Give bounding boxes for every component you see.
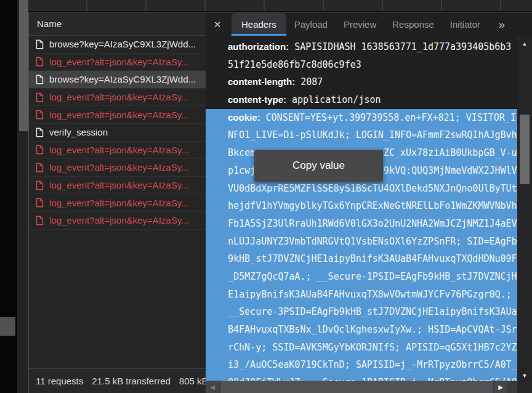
request-row[interactable]: log_event?alt=json&key=AIzaSy...: [29, 194, 206, 212]
request-name: verify_session: [49, 127, 108, 137]
document-icon: [36, 163, 44, 172]
header-line: authorization: SAPISIDHASH 1638563771_1d…: [206, 38, 517, 56]
resources-size: 805 kB: [179, 376, 206, 386]
request-list-panel: Name browse?key=AIzaSyC9XL3ZjWdd... log_…: [28, 12, 206, 393]
request-row[interactable]: log_event?alt=json&key=AIzaSy...: [29, 177, 206, 195]
outer-vertical-scrollbar[interactable]: [17, 0, 28, 393]
header-line: nLUJJaUNYZ3VmbTdNRGVtQ1VsbENsOXl6YzZPSnF…: [206, 233, 517, 251]
request-row[interactable]: log_event?alt=json&key=AIzaSy...: [29, 142, 206, 160]
header-line: content-length: 2087: [206, 73, 517, 91]
request-rows: browse?key=AIzaSyC9XL3ZjWdd... log_event…: [29, 36, 206, 230]
header-line: E1aipyBnifsK3AUaB4FAHvuxqTX8wVOwtmWJYCFv…: [206, 286, 517, 304]
request-name: log_event?alt=json&key=AIzaSy...: [49, 57, 189, 67]
transferred-size: 21.5 kB transferred: [92, 376, 171, 386]
scroll-right-icon[interactable]: ▶: [494, 381, 507, 393]
document-icon: [36, 110, 44, 120]
header-line: hejdfV1hYVmgyblkyTGx6YnpCRExNeGtNRElLbFo…: [206, 197, 517, 215]
header-name: cookie:: [228, 112, 260, 123]
network-table-header-strip: [28, 0, 532, 12]
detail-vertical-scrollbar[interactable]: ▲ ▼: [517, 36, 532, 381]
header-line: __Secure-3PSID=EAgFb9kHB_stJ7DVZNCjHE1ai…: [206, 303, 517, 321]
header-name: content-length:: [228, 76, 295, 87]
request-row[interactable]: log_event?alt=json&key=AIzaSy...: [29, 54, 206, 71]
request-count: 11 requests: [36, 376, 83, 386]
more-tabs-icon[interactable]: »: [498, 13, 505, 36]
request-name: log_event?alt=json&key=AIzaSy...: [49, 180, 189, 190]
detail-tab[interactable]: Preview: [336, 13, 384, 36]
headers-list: authorization: SAPISIDHASH 1638563771_1d…: [206, 36, 517, 384]
request-detail-panel: ✕ HeadersPayloadPreviewResponseInitiator…: [206, 12, 532, 393]
document-icon: [36, 145, 44, 155]
detail-tabs: HeadersPayloadPreviewResponseInitiator: [227, 13, 488, 36]
header-line: B4FAHvuxqTXBsNx_lDvQclKghesxwIyXw.; HSID…: [206, 321, 517, 339]
close-icon[interactable]: ✕: [208, 13, 227, 36]
header-line: Fb1A5SjZ3UlRraUh1RWd6V0lGX3o2UnU2NHA2WmJ…: [206, 215, 517, 233]
detail-tab[interactable]: Initiator: [442, 13, 488, 36]
request-name: log_event?alt=json&key=AIzaSy...: [49, 92, 189, 102]
detail-tab[interactable]: Headers: [232, 13, 286, 36]
header-line: 51f21e5de86fb7c8d06c9fe3: [206, 56, 517, 74]
vertical-scrollbar-thumb[interactable]: [520, 115, 530, 184]
document-icon: [36, 39, 44, 49]
devtools-network-panel: Name browse?key=AIzaSyC9XL3ZjWdd... log_…: [0, 0, 532, 393]
header-name: authorization:: [228, 41, 289, 52]
request-row[interactable]: browse?key=AIzaSyC9XL3ZjWdd...: [29, 71, 206, 89]
request-name: log_event?alt=json&key=AIzaSy...: [49, 162, 189, 172]
name-column-header[interactable]: Name: [29, 13, 206, 36]
scrollbar-corner: [517, 381, 532, 393]
header-entry: content-length: 2087: [206, 73, 517, 91]
document-icon: [36, 75, 44, 84]
request-name: browse?key=AIzaSyC9XL3ZjWdd...: [49, 74, 196, 84]
header-entry: authorization: SAPISIDHASH 1638563771_1d…: [206, 38, 517, 73]
header-line: VU0dBdXprRE5MZFlSSE8yS1BScTU4OXlDekd5NXJ…: [206, 180, 517, 198]
request-row[interactable]: verify_session: [29, 124, 206, 142]
request-row[interactable]: log_event?alt=json&key=AIzaSy...: [29, 106, 206, 124]
horizontal-scrollbar-thumb[interactable]: [220, 381, 493, 393]
header-line: 9kHB_stJ7DVZNCjHE1aipyBnifsK3AUaB4FAHvux…: [206, 250, 517, 268]
detail-tab[interactable]: Response: [384, 13, 442, 36]
header-line: NFO1_LIVE=Di-pSlUKdJk; LOGIN_INFO=AFmmF2…: [206, 126, 517, 144]
request-name: log_event?alt=json&key=AIzaSy...: [49, 215, 189, 225]
header-line: content-type: application/json: [206, 91, 517, 109]
scroll-up-icon[interactable]: ▲: [517, 41, 532, 47]
network-summary-bar: 11 requests 21.5 kB transferred 805 kB: [29, 368, 206, 393]
request-name: log_event?alt=json&key=AIzaSy...: [49, 145, 189, 155]
scroll-down-icon[interactable]: ▼: [517, 373, 532, 379]
header-name: content-type:: [228, 94, 286, 105]
outer-scrollbar-thumb-small[interactable]: [0, 317, 15, 336]
header-entry: content-type: application/json: [206, 91, 517, 109]
header-line: cookie: CONSENT=YES+yt.399739558.en+FX+8…: [206, 109, 517, 127]
request-name: browse?key=AIzaSyC9XL3ZjWdd...: [49, 39, 196, 49]
detail-tab[interactable]: Payload: [286, 13, 336, 36]
header-line: i3_/AuOC5eaK0719CkTnD; SAPISID=j_-MrRTpy…: [206, 356, 517, 374]
request-row[interactable]: log_event?alt=json&key=AIzaSy...: [29, 89, 206, 107]
detail-horizontal-scrollbar[interactable]: ◀ ▶: [206, 381, 517, 393]
context-menu: Copy value: [254, 150, 383, 182]
scroll-left-icon[interactable]: ◀: [206, 381, 219, 393]
header-line: _D5MZ7gQcQ7aA.; __Secure-1PSID=EAgFb9kHB…: [206, 268, 517, 286]
document-icon: [36, 216, 44, 225]
header-line: rChN-y; SSID=AVK5MGyYbKORJNIfS; APISID=q…: [206, 339, 517, 357]
detail-tab-bar: ✕ HeadersPayloadPreviewResponseInitiator…: [206, 13, 532, 36]
document-icon: [36, 198, 44, 208]
copy-value-menu-item[interactable]: Copy value: [292, 160, 345, 172]
document-icon: [36, 92, 44, 102]
document-icon: [36, 128, 44, 137]
request-name: log_event?alt=json&key=AIzaSy...: [49, 110, 189, 120]
request-row[interactable]: log_event?alt=json&key=AIzaSy...: [29, 212, 206, 230]
outer-scrollbar-thumb[interactable]: [19, 0, 28, 131]
request-row[interactable]: browse?key=AIzaSyC9XL3ZjWdd...: [29, 36, 206, 54]
page-left-gutter: [0, 0, 17, 393]
request-row[interactable]: log_event?alt=json&key=AIzaSy...: [29, 159, 206, 177]
document-icon: [36, 57, 44, 67]
request-name: log_event?alt=json&key=AIzaSy...: [49, 198, 189, 208]
document-icon: [36, 180, 44, 190]
